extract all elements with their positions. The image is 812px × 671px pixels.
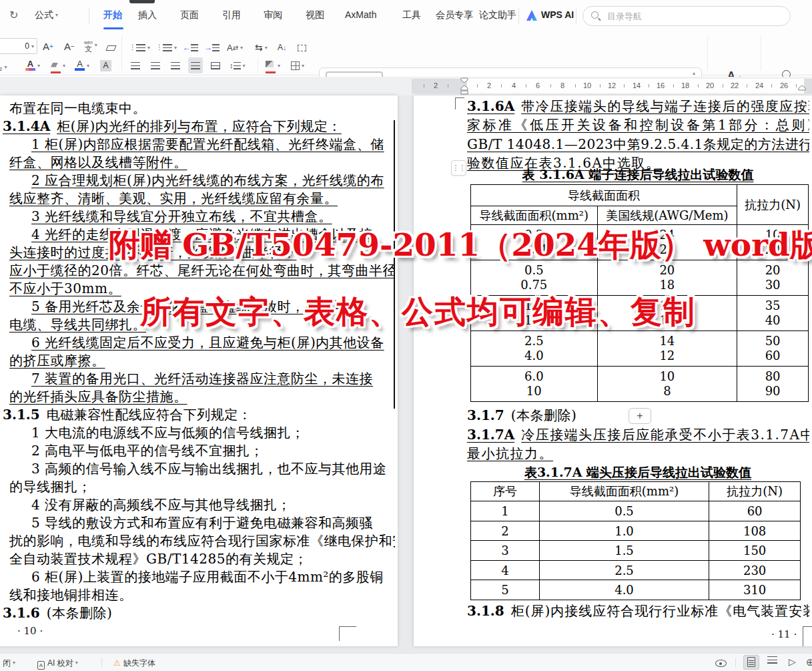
eye-protect-button[interactable] [715,659,727,668]
numbered-list-button[interactable]: ⋮▾ [156,39,177,55]
play-presentation-button[interactable]: ▷ [789,656,796,667]
tab-member[interactable]: 会员专享 [436,9,473,21]
borders-button[interactable]: ▾ [291,57,304,73]
first-line-indent-marker[interactable] [460,77,468,83]
clear-format-button[interactable] [107,40,115,56]
doc-line: 5 备用光纤芯及余长在储纤盒中盘绕存放时，不应与 [3,298,395,316]
horizontal-ruler[interactable]: 2 2 4 6 8 10 12 14 16 18 20 22 24 26 [0,77,812,95]
char-shading-button[interactable]: A [100,57,111,73]
redo-icon[interactable]: ↻ [9,9,18,21]
margin-corner-mark [339,626,356,627]
margin-corner-mark [455,97,464,98]
table-row: 42.5230 [471,561,801,580]
font-size-combo[interactable]: 0▾ [0,38,37,54]
truncated-status-dropdown[interactable]: 闭▾ [3,658,15,669]
ruler-number: 26 [780,81,788,89]
bullet-list-button[interactable]: ⋮▾ [129,39,150,55]
outline-view-button[interactable] [767,656,777,666]
wps-writer-window: ↻ 公式▾ 开始 插入 页面 引用 审阅 视图 AxMath 工具 会员专享 论… [0,0,812,671]
align-right-button[interactable] [168,57,183,73]
table-move-handle-icon[interactable]: ⋮⋮ [451,160,466,176]
document-area[interactable]: 布置在同一电缆束中。 3.1.4A柜(屏)内光纤的排列与布置，应符合下列规定： … [0,95,812,653]
align-left-button[interactable] [128,57,143,73]
page-10[interactable]: 布置在同一电缆束中。 3.1.4A柜(屏)内光纤的排列与布置，应符合下列规定： … [0,95,398,646]
wps-ai-button[interactable]: WPS AI [541,9,574,20]
table-caption: 表3.1.7A 端头压接后导线拉出试验数值 [467,464,809,481]
table-3-1-6A[interactable]: 导线截面面积 抗拉力(N) 导线截面面积(mm²) 美国线规(AWG/Mem) … [470,184,809,402]
highlight-button[interactable]: ▾ [51,57,65,73]
decrease-indent-button[interactable]: ← [183,39,198,55]
align-center-button[interactable] [148,57,163,73]
char-scale-button[interactable]: A⇄▾ [227,39,243,55]
subscript-button[interactable]: x₂▾ [0,59,7,75]
phonetic-guide-button[interactable]: wén文 ▾ [84,37,97,53]
chevron-down-icon: ▾ [63,63,65,69]
table-row: 31.5150 [471,541,801,561]
page-number: · 11 · [771,628,797,640]
insert-row-plus-button[interactable]: + [629,408,651,424]
tab-axmath[interactable]: AxMath [345,9,376,20]
ruler-tick [448,84,448,87]
increase-font-button[interactable]: A+ [43,38,53,54]
doc-line: 头连接时的过度折弯和窝折，光缆的弯曲半径不 [3,244,395,262]
doc-line: 3.1.5电磁兼容性配线应符合下列规定： [3,406,395,424]
sort-button[interactable]: A↓ [278,39,287,55]
decrease-font-button[interactable]: A− [64,38,75,54]
tab-reference[interactable]: 引用 [222,9,241,21]
margin-corner-mark [803,626,812,627]
doc-line: 2 高电平与低电平的信号线不宜捆扎； [3,442,395,460]
ruler-number: 6 [536,81,540,89]
page10-text: 布置在同一电缆束中。 3.1.4A柜(屏)内光纤的排列与布置，应符合下列规定： … [0,95,395,622]
font-color-button[interactable]: A ▾ [75,57,89,73]
right-indent-marker[interactable] [798,85,806,91]
table-row: 21.0108 [471,521,801,541]
numbered-list-icon: ⋮ [156,44,161,51]
chevron-down-icon: ▾ [243,63,246,69]
tab-tools[interactable]: 工具 [402,9,421,21]
distribute-button[interactable] [208,57,223,73]
doc-line: 3.1.4A柜(屏)内光纤的排列与布置，应符合下列规定： [3,118,395,136]
fullscreen-button[interactable]: ⊕ [806,656,812,668]
shading-button[interactable]: ▾ [266,57,280,73]
table-3-1-7A[interactable]: 序号 导线截面面积(mm²) 抗拉力(N) 10.560 21.0108 31.… [470,481,801,600]
chevron-down-icon: ▾ [13,660,15,666]
missing-font-warning[interactable]: ⚠缺失字体 [113,658,155,669]
align-left-icon [131,62,140,69]
ruler-number: 2 [487,81,491,89]
line-spacing-button[interactable]: ↕▾ [230,57,246,73]
tab-stop-button[interactable] [298,40,306,56]
search-box[interactable] [582,6,791,26]
doc-line: 布置在同一电缆束中。 [3,99,395,118]
tab-page[interactable]: 页面 [180,9,199,21]
page-11[interactable]: 3.1.6A带冷压接端头的导线与端子连接后的强度应按现行国 家标准《低压开关设备… [414,95,812,646]
table-header-cell: 导线截面面积 [471,185,737,206]
gallery-scroll-up-icon[interactable]: ▴ [693,70,695,76]
ruler-tick [771,84,772,87]
text-effect-button[interactable]: A ▾ [25,57,40,73]
chevron-down-icon: ▾ [265,45,268,51]
tab-insert[interactable]: 插入 [138,9,157,21]
ruler-margin-zone [412,79,467,93]
search-input[interactable] [607,10,781,22]
align-center-icon [151,62,160,69]
doc-line: 4 光纤的走线宜圆滑过渡，应避免光缆在进出槽盒以及接 [3,226,395,244]
chevron-down-icon: ▾ [174,45,177,51]
doc-line: 纤盒、网格以及线槽等附件。 [3,154,395,172]
formula-menu[interactable]: 公式▾ [35,9,58,21]
doc-line: 3.1.7A冷压接端头压接后应能承受不小于表3.1.7A中规定的 [467,425,809,444]
tab-home[interactable]: 开始 [103,9,122,21]
tab-view[interactable]: 视图 [306,9,324,21]
doc-line: 扰的影响，电缆和导线的布线应符合现行国家标准《继电保护和安 [3,532,395,550]
justify-button[interactable] [188,57,203,73]
doc-line: 3 光纤线缆和导线宜分开独立布线，不宜共槽盒。 [3,208,395,226]
tab-paper-assistant[interactable]: 论文助手 [479,9,516,21]
increase-indent-button[interactable]: → [204,39,220,55]
divider [576,8,576,24]
doc-line: 6 光纤线缆固定后不应受力，且应避免与柜(屏)内其他设备 [3,334,395,352]
text-direction-button[interactable]: ⇆▾ [255,39,268,55]
ruler-tick [550,84,551,87]
tab-review[interactable]: 审阅 [264,9,282,21]
hanging-indent-marker[interactable] [460,85,468,95]
page-view-button[interactable] [743,655,759,670]
ai-proofread-button[interactable]: AAI 校对▾ [37,658,78,670]
